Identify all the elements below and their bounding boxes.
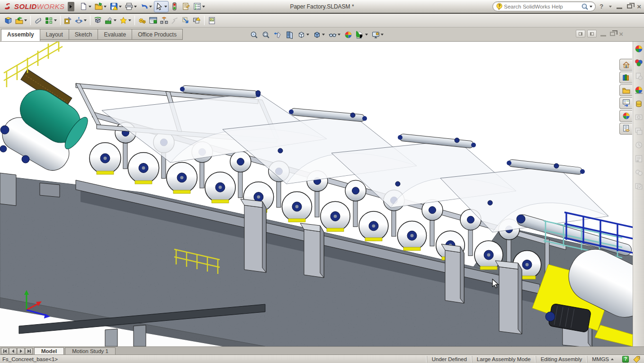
task-pane-tab-custom-properties[interactable] (619, 123, 632, 135)
edit-appearance-ball-button[interactable] (634, 43, 644, 54)
apply-scene-button[interactable] (355, 29, 369, 40)
options-list-button[interactable] (192, 1, 206, 12)
view-settings-button[interactable] (370, 29, 385, 40)
move-component-button[interactable] (73, 15, 88, 26)
help-dropdown-icon[interactable] (609, 6, 612, 8)
file-properties-button[interactable] (180, 1, 191, 12)
rebuild-traffic-light-button[interactable] (169, 1, 180, 12)
assembly-visualization-button[interactable] (206, 15, 217, 26)
render-options-button (634, 153, 644, 164)
zoom-to-fit-button[interactable] (249, 29, 259, 40)
search-icon[interactable] (581, 3, 589, 10)
zoom-to-area-button[interactable] (260, 29, 271, 40)
rotate-component-button[interactable] (92, 15, 103, 26)
copy-appearance-button[interactable] (634, 57, 644, 68)
tab-layout[interactable]: Layout (40, 29, 69, 40)
brand-text-light: WORKS (37, 2, 65, 10)
paint-can-button[interactable] (634, 98, 644, 109)
hide-show-items-button[interactable] (327, 29, 342, 40)
schedule-render-button (634, 167, 644, 178)
search-input[interactable] (503, 3, 581, 10)
render-tools-toolbar (633, 42, 644, 346)
view-orientation-button[interactable] (296, 29, 311, 40)
undo-button[interactable] (139, 1, 153, 12)
integrated-preview-button (634, 112, 644, 123)
dropdown-caret-icon[interactable] (84, 19, 87, 21)
interference-detection-button[interactable] (191, 15, 202, 26)
tab-evaluate[interactable]: Evaluate (98, 29, 132, 40)
nav-first-button[interactable] (1, 348, 9, 354)
dropdown-caret-icon[interactable] (54, 19, 57, 21)
quick-tips-icon[interactable]: ? (622, 356, 629, 363)
bill-of-materials-button[interactable] (148, 15, 159, 26)
feature-pane-toggle-button[interactable] (576, 30, 585, 37)
app-restore-button[interactable] (627, 4, 632, 9)
display-pane-toggle-button[interactable] (587, 30, 597, 37)
nav-last-button[interactable] (25, 348, 33, 354)
units-selector[interactable]: MMGS (587, 356, 618, 363)
app-close-button[interactable]: × (637, 3, 641, 10)
task-pane-tab-design-library[interactable] (619, 72, 632, 83)
open-folder-button[interactable] (93, 1, 108, 12)
dropdown-caret-icon[interactable] (381, 34, 384, 36)
nav-next-button[interactable] (17, 348, 25, 354)
doc-close-button[interactable]: × (619, 30, 623, 37)
dropdown-caret-icon[interactable] (104, 6, 107, 8)
dropdown-caret-icon[interactable] (322, 34, 325, 36)
dropdown-caret-icon[interactable] (164, 6, 167, 8)
bottom-tab-bar: ModelMotion Study 1 (0, 346, 644, 354)
search-box[interactable]: ? (492, 1, 596, 11)
display-style-button[interactable] (312, 29, 326, 40)
app-minimize-button[interactable] (617, 8, 622, 9)
dropdown-caret-icon[interactable] (89, 6, 91, 8)
doc-restore-button[interactable] (610, 32, 615, 36)
tab-sketch[interactable]: Sketch (69, 29, 98, 40)
search-dropdown-icon[interactable] (590, 6, 592, 8)
bottom-tab-model[interactable]: Model (34, 347, 64, 354)
instant3d-button[interactable] (180, 15, 191, 26)
open-part-button[interactable] (14, 15, 28, 26)
task-pane-tab-appearances-scenes[interactable] (619, 110, 632, 122)
select-cursor-button[interactable] (154, 1, 169, 12)
linear-component-pattern-button[interactable] (44, 15, 58, 26)
save-button[interactable] (108, 1, 123, 12)
dropdown-caret-icon[interactable] (338, 34, 340, 36)
tab-assembly[interactable]: Assembly (1, 29, 40, 41)
assembly-features-button[interactable] (103, 15, 118, 26)
task-pane-tab-view-palette[interactable] (619, 97, 632, 109)
print-button[interactable] (124, 1, 138, 12)
dropdown-caret-icon[interactable] (202, 6, 205, 8)
task-pane-tab-solidworks-resources[interactable] (619, 59, 632, 71)
dropdown-caret-icon[interactable] (119, 6, 122, 8)
new-document-button[interactable] (78, 1, 93, 12)
new-motion-study-button[interactable] (137, 15, 148, 26)
dropdown-caret-icon[interactable] (134, 6, 137, 8)
brand-text-bold: SOLID (14, 2, 37, 10)
reference-geometry-button[interactable] (118, 15, 133, 26)
nav-previous-button[interactable] (9, 348, 17, 354)
insert-component-button[interactable] (3, 15, 14, 26)
apply-scene-ball-button[interactable] (634, 84, 644, 96)
previous-view-button[interactable] (272, 29, 283, 40)
menu-flyout-button[interactable] (68, 2, 74, 11)
dropdown-caret-icon[interactable] (149, 6, 152, 8)
section-view-button[interactable] (284, 29, 295, 40)
dropdown-caret-icon[interactable] (306, 34, 309, 36)
doc-minimize-button[interactable] (600, 35, 606, 36)
smart-fasteners-button[interactable] (63, 15, 73, 26)
dropdown-caret-icon[interactable] (24, 19, 27, 21)
edit-appearance-button[interactable] (343, 29, 354, 40)
bottom-tab-motion-study-1[interactable]: Motion Study 1 (65, 347, 116, 354)
dropdown-caret-icon[interactable] (128, 19, 131, 21)
exploded-view-button[interactable] (159, 15, 170, 26)
tab-office-products[interactable]: Office Products (132, 29, 183, 40)
dropdown-caret-icon[interactable] (365, 34, 368, 36)
app-help-button[interactable]: ? (599, 3, 603, 10)
mate-paperclip-button[interactable] (33, 15, 44, 26)
task-pane-tab-file-explorer[interactable] (619, 84, 632, 96)
dropdown-caret-icon[interactable] (114, 19, 116, 21)
graphics-area[interactable] (0, 42, 644, 346)
tag-icon[interactable] (633, 355, 641, 363)
render-last-button (634, 139, 644, 151)
status-state-2: Editing Assembly (536, 356, 587, 363)
